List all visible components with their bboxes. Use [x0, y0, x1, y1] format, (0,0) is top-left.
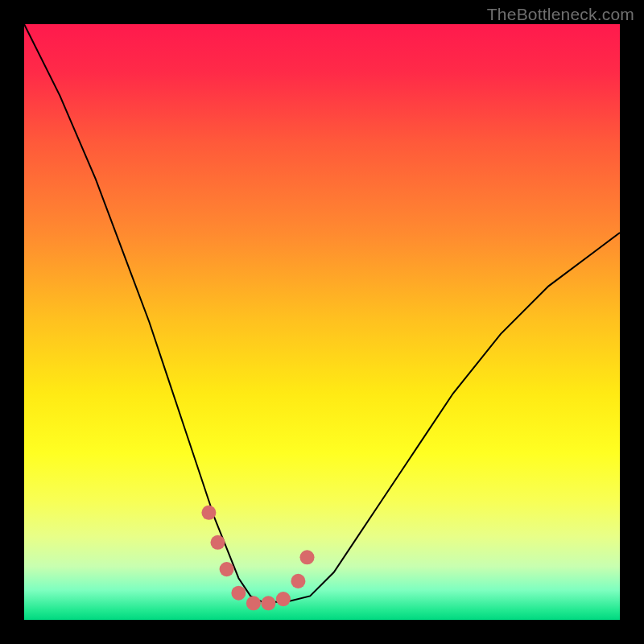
- marker-point: [261, 596, 275, 610]
- marker-point: [220, 562, 234, 576]
- bottleneck-curve: [24, 24, 620, 602]
- chart-frame: TheBottleneck.com: [0, 0, 644, 644]
- marker-point: [291, 574, 305, 588]
- watermark-text: TheBottleneck.com: [487, 5, 634, 24]
- marker-point: [210, 535, 225, 550]
- marker-point: [246, 596, 261, 610]
- marker-point: [201, 506, 216, 520]
- marker-point: [276, 592, 291, 606]
- curve-layer: [24, 24, 620, 620]
- plot-area: [24, 24, 620, 620]
- marker-point: [231, 586, 246, 601]
- marker-point: [299, 550, 314, 564]
- marker-group: [201, 506, 314, 611]
